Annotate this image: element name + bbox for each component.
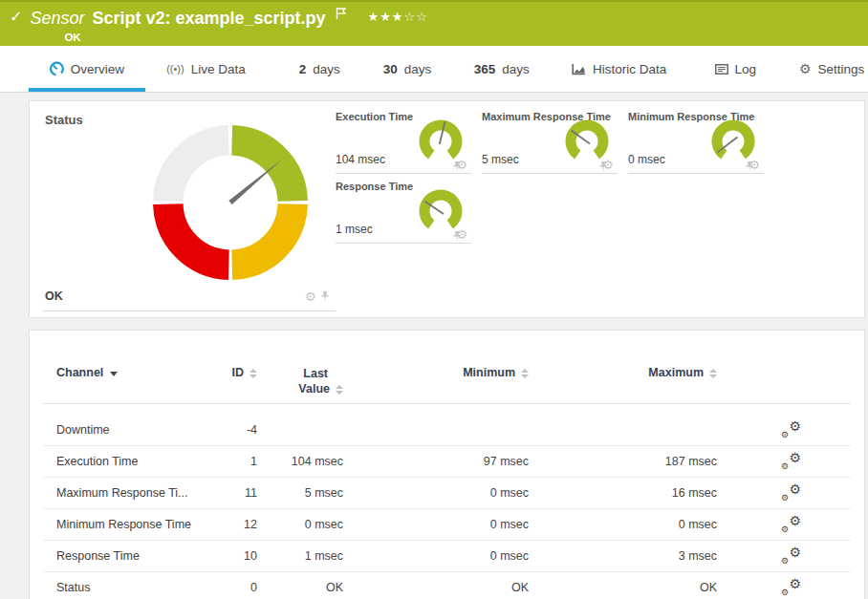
channel-name[interactable]: Status bbox=[43, 581, 223, 594]
pin-icon[interactable] bbox=[452, 161, 462, 173]
channel-settings-gears-icon[interactable]: ⚙⚙ bbox=[780, 485, 801, 502]
column-header-minimum[interactable]: Minimum bbox=[343, 366, 529, 379]
overview-gauges-panel: Status OK ⚙ Execution Time 104 msec bbox=[29, 100, 865, 318]
channel-maximum: 16 msec bbox=[529, 486, 717, 500]
gauge-value: 5 msec bbox=[482, 153, 519, 166]
channel-minimum: 0 msec bbox=[343, 486, 529, 500]
channel-table-panel: Channel ID LastValue Minimum Maximum Dow… bbox=[29, 330, 865, 599]
channel-name[interactable]: Execution Time bbox=[43, 455, 223, 468]
tab-live-data-label: Live Data bbox=[191, 62, 246, 76]
sort-arrows-icon bbox=[336, 385, 343, 395]
pin-icon[interactable] bbox=[598, 161, 608, 173]
tab-overview-label: Overview bbox=[71, 62, 124, 76]
channel-name[interactable]: Downtime bbox=[43, 423, 223, 437]
status-gauge-title: Status bbox=[45, 113, 83, 127]
stars-empty-icon: ☆☆ bbox=[404, 10, 428, 24]
tab-settings[interactable]: ⚙ Settings bbox=[795, 46, 868, 92]
channel-settings-gears-icon[interactable]: ⚙⚙ bbox=[780, 454, 801, 470]
table-row[interactable]: Response Time 10 1 msec 0 msec 3 msec ⚙⚙ bbox=[43, 541, 851, 572]
gauge-card-maximum-response-time[interactable]: Maximum Response Time 5 msec ⚙ bbox=[482, 111, 618, 174]
gear-icon: ⚙ bbox=[799, 62, 812, 75]
table-row[interactable]: Maximum Response Ti... 11 5 msec 0 msec … bbox=[43, 478, 851, 509]
channel-last-value: 104 msec bbox=[257, 455, 343, 468]
channel-minimum: OK bbox=[343, 581, 529, 594]
gauge-value: 0 msec bbox=[628, 153, 665, 166]
page-content: Status OK ⚙ Execution Time 104 msec bbox=[0, 93, 868, 599]
channel-last-value: 5 msec bbox=[257, 486, 343, 500]
sort-arrows-icon bbox=[709, 369, 717, 378]
channel-settings-gears-icon[interactable]: ⚙⚙ bbox=[780, 548, 801, 565]
column-header-id[interactable]: ID bbox=[223, 366, 257, 379]
table-row[interactable]: Downtime -4 ⚙⚙ bbox=[43, 415, 851, 446]
tab-overview[interactable]: Overview bbox=[29, 46, 145, 92]
check-icon: ✓ bbox=[10, 9, 22, 26]
gauge-icon bbox=[50, 61, 64, 76]
gauge-value: 1 msec bbox=[336, 223, 373, 236]
channel-id: -4 bbox=[223, 423, 257, 437]
channel-maximum: 187 msec bbox=[529, 455, 717, 468]
column-header-maximum[interactable]: Maximum bbox=[529, 366, 717, 379]
tab-historic-data-label: Historic Data bbox=[593, 62, 666, 76]
channel-last-value: 1 msec bbox=[257, 549, 343, 563]
gauge-value: 104 msec bbox=[336, 153, 385, 166]
gauge-title: Response Time bbox=[336, 181, 413, 192]
channel-minimum: 97 msec bbox=[343, 455, 529, 468]
channel-settings-gears-icon[interactable]: ⚙⚙ bbox=[780, 580, 801, 596]
sort-arrows-icon bbox=[250, 369, 257, 378]
channel-maximum: 3 msec bbox=[529, 549, 717, 563]
table-header: Channel ID LastValue Minimum Maximum bbox=[43, 331, 851, 404]
channel-settings-gears-icon[interactable]: ⚙⚙ bbox=[780, 517, 801, 533]
tab-30-days[interactable]: 30days bbox=[376, 46, 439, 92]
tab-settings-label: Settings bbox=[818, 62, 865, 76]
channel-minimum: 0 msec bbox=[343, 549, 529, 563]
area-chart-icon bbox=[572, 63, 586, 75]
gauge-title: Execution Time bbox=[336, 111, 413, 122]
channel-settings-gears-icon[interactable]: ⚙⚙ bbox=[780, 422, 801, 439]
gear-icon[interactable]: ⚙ bbox=[305, 291, 316, 303]
tab-live-data[interactable]: ((•)) Live Data bbox=[153, 46, 260, 92]
channel-id: 1 bbox=[223, 455, 257, 468]
channel-minimum: 0 msec bbox=[343, 518, 529, 531]
gauge-card-minimum-response-time[interactable]: Minimum Response Time 0 msec ⚙ bbox=[628, 111, 764, 174]
flag-icon[interactable] bbox=[336, 7, 347, 20]
channel-last-value: OK bbox=[257, 581, 343, 594]
table-row[interactable]: Execution Time 1 104 msec 97 msec 187 ms… bbox=[43, 446, 851, 478]
tab-2-days[interactable]: 2days bbox=[288, 46, 351, 92]
table-body: Downtime -4 ⚙⚙ Execution Time 1 104 msec… bbox=[43, 415, 851, 599]
channel-id: 0 bbox=[223, 581, 257, 594]
pin-icon[interactable] bbox=[452, 231, 462, 243]
sort-desc-icon bbox=[110, 372, 118, 376]
channel-id: 12 bbox=[223, 518, 257, 531]
stars-filled-icon: ★★★ bbox=[368, 10, 404, 24]
pin-icon[interactable] bbox=[320, 291, 330, 303]
status-gauge bbox=[144, 117, 316, 289]
channel-maximum: 0 msec bbox=[529, 518, 717, 531]
tab-historic-data[interactable]: Historic Data bbox=[567, 46, 672, 92]
sensor-status-text: OK bbox=[64, 32, 427, 43]
gauge-card-execution-time[interactable]: Execution Time 104 msec ⚙ bbox=[336, 111, 471, 174]
channel-name[interactable]: Maximum Response Ti... bbox=[43, 486, 223, 500]
tab-log-label: Log bbox=[735, 62, 757, 76]
channel-id: 10 bbox=[223, 549, 257, 563]
tab-365-days[interactable]: 365days bbox=[464, 46, 540, 92]
table-row[interactable]: Minimum Response Time 12 0 msec 0 msec 0… bbox=[43, 509, 851, 541]
broadcast-icon: ((•)) bbox=[166, 63, 184, 75]
tab-bar: Overview ((•)) Live Data 2days 30days 36… bbox=[0, 46, 868, 93]
column-header-channel[interactable]: Channel bbox=[43, 366, 223, 379]
channel-id: 11 bbox=[223, 486, 257, 500]
column-header-last-value[interactable]: LastValue bbox=[257, 366, 343, 396]
sensor-title: Script v2: example_script.py bbox=[92, 9, 325, 29]
channel-last-value: 0 msec bbox=[257, 518, 343, 531]
tab-log[interactable]: Log bbox=[707, 46, 763, 92]
sensor-header-banner: ✓ Sensor Script v2: example_script.py ★★… bbox=[0, 0, 868, 46]
priority-stars[interactable]: ★★★☆☆ bbox=[368, 10, 428, 24]
divider bbox=[43, 310, 336, 311]
channel-name[interactable]: Response Time bbox=[43, 549, 223, 563]
table-row[interactable]: Status 0 OK OK OK ⚙⚙ bbox=[43, 572, 851, 599]
gauge-card-response-time[interactable]: Response Time 1 msec ⚙ bbox=[336, 181, 471, 244]
pin-icon[interactable] bbox=[745, 161, 754, 173]
status-gauge-value: OK bbox=[45, 289, 63, 303]
object-kind-label: Sensor bbox=[30, 9, 84, 29]
channel-maximum: OK bbox=[529, 581, 717, 594]
channel-name[interactable]: Minimum Response Time bbox=[43, 518, 223, 531]
